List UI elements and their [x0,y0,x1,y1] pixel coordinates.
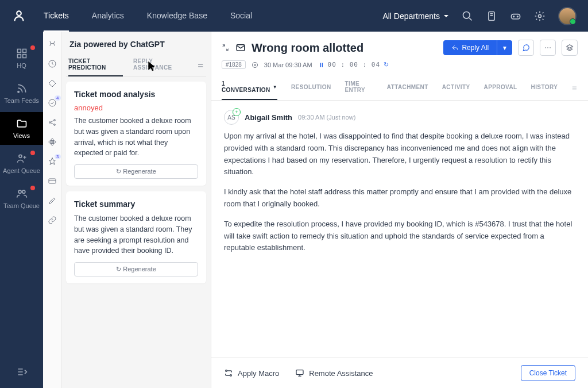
rail-check-icon[interactable]: 4 [48,98,57,107]
svg-rect-9 [22,55,26,58]
summary-card-title: Ticket summary [74,199,198,209]
rail-pin-icon[interactable]: 3 [48,157,57,166]
message-paragraph: To expedite the resolution process, I ha… [224,218,575,254]
svg-point-13 [22,190,25,193]
zia-tabs: TICKET PREDICTION REPLY ASSISTANCE [66,55,206,77]
mood-card: Ticket mood analysis annoyed The custome… [66,82,206,186]
topbar-right: All Departments [382,7,577,25]
main-panel: Wrong room allotted Reply All ▼ #1828 [211,32,588,388]
rail-link-icon[interactable] [48,216,57,225]
rail-badge: 3 [55,154,60,159]
zia-tab-reply-assist[interactable]: REPLY ASSISTANCE [133,55,187,76]
reply-label: Reply All [462,44,489,52]
svg-rect-22 [49,179,56,183]
conversation-body: AS Abigail Smith 09:30 AM (Just now) Upo… [211,101,588,358]
svg-point-11 [19,155,22,157]
mood-card-title: Ticket mood analysis [74,90,198,99]
zia-panel: Zia powered by ChatGPT TICKET PREDICTION… [61,32,211,388]
timer-value: 00 : 00 : 04 [328,61,380,68]
tab-history[interactable]: HISTORY [531,79,558,97]
tab-resolution[interactable]: RESOLUTION [291,79,331,97]
svg-point-18 [53,124,55,126]
svg-point-26 [550,47,551,48]
svg-rect-2 [512,14,520,18]
ticket-footer: Apply Macro Remote Assistance Close Tick… [211,358,588,388]
regenerate-button[interactable]: ↻ Regenerate [74,262,198,276]
ticket-date: 30 Mar 09:30 AM [264,62,312,68]
apply-macro-button[interactable]: Apply Macro [224,368,279,378]
agent-queue-icon [16,153,28,164]
sidebar-item-hq[interactable]: HQ [0,42,43,75]
apply-macro-label: Apply Macro [238,369,279,378]
sidebar-item-team-feeds[interactable]: Team Feeds [0,77,43,110]
svg-point-20 [49,140,56,143]
sidebar-label: Views [13,132,30,139]
rail-clock-icon[interactable] [48,59,57,68]
pause-button[interactable]: ⏸ [318,62,324,68]
reply-dropdown-button[interactable]: ▼ [497,40,512,55]
rail-share-icon[interactable] [48,118,57,127]
svg-point-3 [513,16,514,17]
tab-conversation[interactable]: 1 CONVERSATION ▼ [222,76,277,100]
feed-icon [16,83,28,94]
nav-knowledge-base[interactable]: Knowledge Base [147,1,207,32]
nav-social[interactable]: Social [230,1,252,32]
svg-point-24 [545,47,546,48]
tab-time-entry[interactable]: TIME ENTRY [345,76,373,100]
timer: ⏸ 00 : 00 : 04 ↻ [318,61,389,68]
chat-icon-button[interactable] [518,40,534,56]
zia-tab-menu-icon[interactable] [197,62,204,70]
message-author: Abigail Smith [245,113,292,122]
sidebar-item-agent-queue[interactable]: Agent Queue [0,147,43,180]
user-avatar[interactable] [558,7,577,25]
mail-icon [235,43,246,53]
reply-all-button[interactable]: Reply All [443,40,497,55]
regenerate-button[interactable]: ↻ Regenerate [74,164,198,179]
tab-menu-icon[interactable] [571,84,578,92]
nav-tickets[interactable]: Tickets [44,1,69,32]
tab-activity[interactable]: ACTIVITY [442,79,470,97]
search-icon[interactable] [462,10,473,22]
notification-dot [30,45,35,50]
zia-tab-prediction[interactable]: TICKET PREDICTION [68,55,123,76]
rail-ai-icon[interactable] [48,40,57,49]
tab-approval[interactable]: APPROVAL [484,79,517,97]
message-paragraph: I kindly ask that the hotel staff addres… [224,186,575,210]
svg-point-5 [539,14,541,17]
svg-point-21 [51,139,53,145]
department-selector[interactable]: All Departments [382,11,449,21]
rail-card-icon[interactable] [48,176,57,186]
gear-icon[interactable] [534,10,546,22]
sidebar-item-views[interactable]: Views [0,112,43,145]
gamepad-icon[interactable] [510,10,521,22]
svg-point-16 [49,122,51,124]
rail-atom-icon[interactable] [48,137,57,147]
left-sidebar: HQ Team Feeds Views Agent Queue Team Que… [0,32,43,388]
rail-pen-icon[interactable] [48,196,57,205]
rail-tag-icon[interactable] [48,79,57,88]
cursor-icon [146,60,158,72]
collapse-panel-icon[interactable] [222,44,230,52]
svg-rect-6 [17,49,21,53]
topbar: Tickets Analytics Knowledge Base Social … [0,0,588,32]
sidebar-item-team-queue[interactable]: Team Queue [0,182,43,215]
collapse-icon [16,366,28,378]
ticket-tabs: 1 CONVERSATION ▼ RESOLUTION TIME ENTRY A… [222,76,578,100]
layers-icon-button[interactable] [562,40,578,56]
svg-point-0 [463,11,470,18]
more-icon-button[interactable] [540,40,556,56]
refresh-timer-icon[interactable]: ↻ [384,61,389,68]
ticket-header: Wrong room allotted Reply All ▼ #1828 [211,32,588,101]
remote-assistance-button[interactable]: Remote Assistance [295,368,373,378]
close-ticket-button[interactable]: Close Ticket [521,365,575,381]
sidebar-collapse-button[interactable] [16,366,28,378]
channel-icon [252,62,258,68]
reply-icon [451,44,458,51]
mood-value: annoyed [74,103,198,112]
nav-analytics[interactable]: Analytics [92,1,124,32]
regen-label: Regenerate [123,266,156,272]
sidebar-label: Agent Queue [3,167,40,174]
tab-attachment[interactable]: ATTACHMENT [387,79,428,97]
sidebar-label: HQ [17,62,26,69]
clipboard-icon[interactable] [486,10,497,22]
